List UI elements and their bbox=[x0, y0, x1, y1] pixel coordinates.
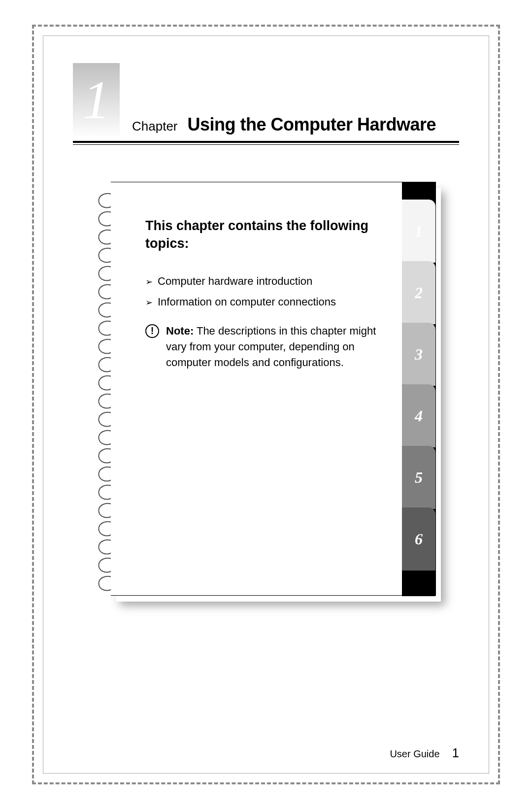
chapter-header: 1 Chapter Using the Computer Hardware bbox=[73, 63, 459, 137]
page-border: 1 Chapter Using the Computer Hardware bbox=[32, 25, 500, 784]
topics-heading: This chapter contains the following topi… bbox=[145, 217, 381, 253]
page-content: 1 Chapter Using the Computer Hardware bbox=[43, 35, 489, 774]
chapter-title-row: Chapter Using the Computer Hardware bbox=[132, 114, 436, 137]
chapter-number: 1 bbox=[83, 73, 110, 127]
tab-label: 4 bbox=[415, 407, 423, 425]
tab-label: 6 bbox=[415, 530, 423, 548]
notebook-page: 1 2 3 4 5 6 This chapter contains the fo… bbox=[111, 182, 436, 596]
arrow-bullet-icon: ➢ bbox=[145, 275, 153, 289]
page-number: 1 bbox=[452, 745, 459, 761]
chapter-tab-5: 5 bbox=[402, 446, 435, 509]
topic-item: ➢ Information on computer connections bbox=[145, 296, 381, 309]
note-text: Note: The descriptions in this chapter m… bbox=[166, 323, 381, 371]
topic-text: Information on computer connections bbox=[158, 296, 336, 309]
footer-label: User Guide bbox=[390, 748, 439, 760]
divider-thick bbox=[73, 141, 459, 143]
page-footer: User Guide 1 bbox=[390, 745, 459, 761]
chapter-tabs: 1 2 3 4 5 6 bbox=[402, 200, 435, 571]
arrow-bullet-icon: ➢ bbox=[145, 296, 153, 309]
chapter-tab-3: 3 bbox=[402, 323, 435, 386]
notebook: 1 2 3 4 5 6 This chapter contains the fo… bbox=[100, 182, 440, 601]
chapter-tab-4: 4 bbox=[402, 384, 435, 447]
chapter-tab-2: 2 bbox=[402, 261, 435, 324]
chapter-tab-6: 6 bbox=[402, 507, 435, 571]
chapter-number-box: 1 bbox=[73, 63, 120, 137]
document-page: 1 Chapter Using the Computer Hardware bbox=[0, 0, 532, 809]
chapter-tab-1: 1 bbox=[402, 200, 435, 263]
note-block: ! Note: The descriptions in this chapter… bbox=[145, 323, 381, 371]
topic-item: ➢ Computer hardware introduction bbox=[145, 275, 381, 289]
topic-text: Computer hardware introduction bbox=[158, 275, 312, 289]
chapter-label: Chapter bbox=[132, 119, 178, 134]
tab-label: 1 bbox=[415, 222, 423, 240]
tab-label: 3 bbox=[415, 345, 423, 364]
note-body: The descriptions in this chapter might v… bbox=[166, 325, 376, 369]
note-alert-icon: ! bbox=[145, 324, 159, 338]
tab-label: 2 bbox=[415, 284, 423, 302]
chapter-title: Using the Computer Hardware bbox=[188, 114, 436, 135]
tab-label: 5 bbox=[415, 469, 423, 487]
note-label: Note: bbox=[166, 325, 194, 337]
divider-thin bbox=[73, 144, 459, 145]
